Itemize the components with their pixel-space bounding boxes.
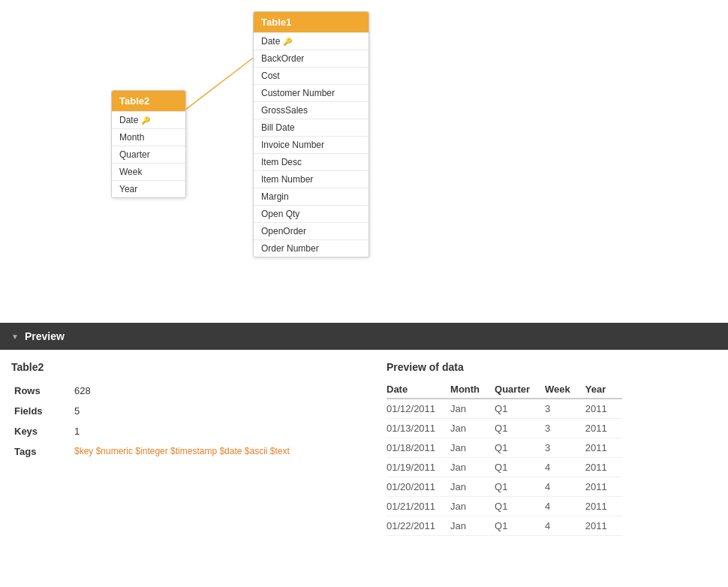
data-cell-month: Jan: [450, 516, 495, 536]
data-cell-quarter: Q1: [495, 458, 545, 477]
data-column-header: Week: [545, 381, 585, 399]
data-cell-week: 3: [545, 399, 585, 419]
rows-value: 628: [71, 381, 356, 401]
data-table-row: 01/12/2011JanQ132011: [387, 399, 622, 419]
data-preview-table: DateMonthQuarterWeekYear 01/12/2011JanQ1…: [387, 381, 622, 536]
data-cell-week: 4: [545, 458, 585, 477]
data-column-header: Date: [387, 381, 450, 399]
keys-label: Keys: [11, 421, 71, 441]
keys-value: 1: [71, 421, 356, 441]
data-preview-section: Preview of data DateMonthQuarterWeekYear…: [387, 361, 717, 536]
preview-header: ▼ Preview: [0, 323, 728, 350]
meta-section: Table2 Rows 628 Fields 5 Keys 1 Tags $ke…: [11, 361, 356, 536]
data-cell-year: 2011: [585, 419, 622, 438]
table2-header: Table2: [112, 91, 185, 111]
data-cell-month: Jan: [450, 399, 495, 419]
data-cell-month: Jan: [450, 477, 495, 497]
data-cell-quarter: Q1: [495, 399, 545, 419]
data-column-header: Quarter: [495, 381, 545, 399]
data-preview-title: Preview of data: [387, 361, 717, 373]
tags-label: Tags: [11, 441, 71, 462]
meta-section-title: Table2: [11, 361, 356, 373]
table-row: Month: [112, 128, 185, 146]
data-cell-quarter: Q1: [495, 497, 545, 516]
data-table-row: 01/13/2011JanQ132011: [387, 419, 622, 438]
data-cell-week: 3: [545, 419, 585, 438]
data-cell-year: 2011: [585, 458, 622, 477]
data-cell-quarter: Q1: [495, 438, 545, 458]
meta-table: Rows 628 Fields 5 Keys 1 Tags $key $nume…: [11, 381, 356, 462]
table-row: Cost: [254, 67, 369, 84]
data-cell-date: 01/20/2011: [387, 477, 450, 497]
data-cell-date: 01/21/2011: [387, 497, 450, 516]
data-cell-year: 2011: [585, 438, 622, 458]
key-icon: 🔑: [141, 116, 150, 125]
table-row: Customer Number: [254, 84, 369, 101]
table-row: Date🔑: [112, 111, 185, 128]
data-table-row: 01/19/2011JanQ142011: [387, 458, 622, 477]
table-row: Item Number: [254, 170, 369, 188]
meta-row-rows: Rows 628: [11, 381, 356, 401]
data-cell-month: Jan: [450, 419, 495, 438]
data-cell-year: 2011: [585, 399, 622, 419]
data-cell-month: Jan: [450, 438, 495, 458]
data-cell-year: 2011: [585, 477, 622, 497]
data-cell-quarter: Q1: [495, 516, 545, 536]
data-table-row: 01/22/2011JanQ142011: [387, 516, 622, 536]
preview-arrow: ▼: [11, 333, 19, 341]
data-cell-date: 01/12/2011: [387, 399, 450, 419]
data-cell-quarter: Q1: [495, 477, 545, 497]
table-row: Year: [112, 180, 185, 197]
diagram-area: Table1 Date🔑BackOrderCostCustomer Number…: [0, 0, 728, 323]
table-row: Date🔑: [254, 32, 369, 50]
table2-rows: Date🔑MonthQuarterWeekYear: [112, 111, 185, 197]
data-cell-month: Jan: [450, 497, 495, 516]
table-row: Week: [112, 163, 185, 180]
meta-row-fields: Fields 5: [11, 401, 356, 421]
fields-label: Fields: [11, 401, 71, 421]
table1-header: Table1: [254, 12, 369, 32]
table-row: Bill Date: [254, 119, 369, 136]
data-cell-date: 01/13/2011: [387, 419, 450, 438]
table-row: Invoice Number: [254, 136, 369, 153]
data-cell-week: 4: [545, 516, 585, 536]
table1-box: Table1 Date🔑BackOrderCostCustomer Number…: [253, 11, 369, 257]
key-icon: 🔑: [283, 38, 292, 46]
data-cell-date: 01/19/2011: [387, 458, 450, 477]
rows-label: Rows: [11, 381, 71, 401]
table1-rows: Date🔑BackOrderCostCustomer NumberGrossSa…: [254, 32, 369, 257]
preview-title: Preview: [25, 330, 65, 342]
preview-body: Table2 Rows 628 Fields 5 Keys 1 Tags $ke…: [0, 350, 728, 547]
data-column-header: Year: [585, 381, 622, 399]
data-table-row: 01/20/2011JanQ142011: [387, 477, 622, 497]
data-cell-week: 4: [545, 477, 585, 497]
table-row: GrossSales: [254, 101, 369, 119]
data-cell-week: 3: [545, 438, 585, 458]
table-row: BackOrder: [254, 50, 369, 67]
data-cell-date: 01/22/2011: [387, 516, 450, 536]
data-cell-year: 2011: [585, 516, 622, 536]
tags-value: $key $numeric $integer $timestamp $date …: [71, 441, 356, 462]
data-cell-date: 01/18/2011: [387, 438, 450, 458]
data-cell-year: 2011: [585, 497, 622, 516]
table-row: Order Number: [254, 239, 369, 257]
data-table-row: 01/21/2011JanQ142011: [387, 497, 622, 516]
data-table-row: 01/18/2011JanQ132011: [387, 438, 622, 458]
data-cell-week: 4: [545, 497, 585, 516]
data-cell-quarter: Q1: [495, 419, 545, 438]
table-row: Open Qty: [254, 205, 369, 222]
table-row: Quarter: [112, 146, 185, 163]
fields-value: 5: [71, 401, 356, 421]
data-cell-month: Jan: [450, 458, 495, 477]
table-row: OpenOrder: [254, 222, 369, 239]
data-table-body: 01/12/2011JanQ13201101/13/2011JanQ132011…: [387, 399, 622, 536]
table2-box: Table2 Date🔑MonthQuarterWeekYear: [111, 90, 186, 198]
table-row: Margin: [254, 188, 369, 205]
data-column-header: Month: [450, 381, 495, 399]
table-row: Item Desc: [254, 153, 369, 170]
data-table-header-row: DateMonthQuarterWeekYear: [387, 381, 622, 399]
meta-row-keys: Keys 1: [11, 421, 356, 441]
meta-row-tags: Tags $key $numeric $integer $timestamp $…: [11, 441, 356, 462]
